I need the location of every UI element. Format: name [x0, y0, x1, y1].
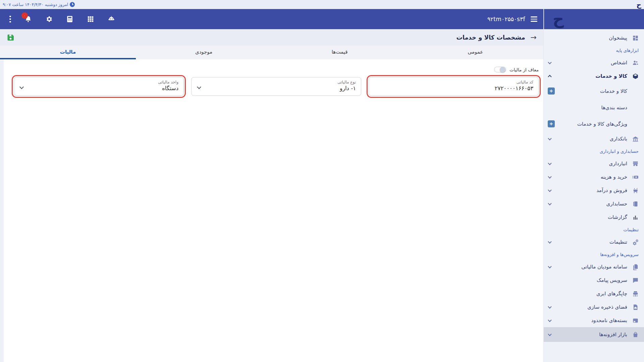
settings-gear-icon[interactable]	[45, 15, 53, 23]
clock-icon	[70, 2, 75, 7]
sidebar-item-label: حسابداری	[551, 201, 627, 207]
tab-general[interactable]: عمومی	[408, 46, 543, 59]
field-value: دستگاه	[25, 85, 178, 92]
field-label: واحد مالیاتی	[25, 80, 178, 84]
store-icon	[632, 161, 639, 167]
tax-type-select[interactable]: نوع مالیاتی ۱- دارو	[191, 77, 361, 96]
field-value: ۲۷۲۰۰۰۰۱۶۶۰۵۳	[380, 85, 533, 92]
sidebar-brand-area: ح	[543, 9, 644, 29]
add-goods-button[interactable]	[548, 87, 555, 95]
app-bar: ح ۹۲tm۰۲۵۵۰s۳f ۰	[0, 9, 644, 29]
sidebar-subitem-categories[interactable]: دسته بندی‌ها	[544, 99, 644, 116]
ledger-icon	[632, 201, 639, 207]
sidebar-item-tax-system[interactable]: سامانه مودیان مالیاتی	[544, 260, 644, 274]
gears-icon	[632, 239, 639, 245]
sms-icon	[632, 277, 639, 284]
sidebar-item-label: بانکداری	[551, 136, 627, 142]
people-icon	[632, 60, 639, 66]
sidebar-section-services-plugins: سرویس‌ها و افزونه‌ها	[544, 249, 644, 260]
field-label: کد مالیاتی	[380, 80, 533, 84]
cloud-printer-icon	[632, 291, 639, 297]
bar-chart-icon	[632, 214, 639, 221]
tab-bar: عمومی قیمت‌ها موجودی مالیات	[0, 46, 543, 59]
sidebar-subitem-attributes[interactable]: ویژگی‌های کالا و خدمات	[544, 116, 644, 132]
sidebar-item-label: تنظیمات	[551, 239, 627, 245]
sidebar-item-label: فضای ذخیره سازی	[551, 304, 627, 310]
sidebar-subitem-goods-services[interactable]: کالا و خدمات	[544, 83, 644, 99]
field-label: نوع مالیاتی	[203, 80, 356, 84]
back-arrow-icon[interactable]: →	[531, 34, 537, 41]
money-icon	[632, 174, 639, 180]
sidebar-item-settings[interactable]: تنظیمات	[544, 235, 644, 249]
sidebar-item-label: فروش و درآمد	[551, 187, 627, 193]
tax-unit-select[interactable]: واحد مالیاتی دستگاه	[14, 77, 184, 96]
sidebar-item-plugin-market[interactable]: بازار افزونه‌ها	[544, 327, 644, 342]
chevron-down-icon	[19, 85, 24, 89]
tab-tax[interactable]: مالیات	[0, 46, 136, 59]
sidebar-item-purchase-expense[interactable]: خرید و هزینه	[544, 170, 644, 184]
main-panel: → مشخصات کالا و خدمات عمومی قیمت‌ها موجو…	[0, 29, 543, 362]
top-strip: ح امروز دوشنبه ۱۴۰۴/۴/۳۰ ساعت ۹:۰۷	[0, 0, 644, 9]
sidebar-item-cloud-printers[interactable]: چاپگرهای ابری	[544, 287, 644, 300]
sidebar-item-unlimited-packages[interactable]: بسته‌های نامحدود	[544, 314, 644, 327]
tax-docs-icon	[632, 264, 639, 270]
brand-logo-large: ح	[553, 11, 564, 27]
sidebar-item-label: چاپگرهای ابری	[548, 291, 627, 297]
apps-grid-icon[interactable]	[87, 15, 94, 23]
notifications-bell-icon[interactable]: ۰	[24, 15, 32, 23]
save-button[interactable]	[7, 34, 15, 42]
sidebar-item-persons[interactable]: اشخاص	[544, 56, 644, 69]
sidebar-item-reports[interactable]: گزارشات	[544, 210, 644, 224]
sidebar-item-dashboard[interactable]: پیشخوان	[544, 31, 644, 45]
hamburger-menu-icon[interactable]	[531, 16, 537, 22]
sidebar-item-accounting[interactable]: حسابداری	[544, 197, 644, 210]
app-bar-main: ۹۲tm۰۲۵۵۰s۳f ۰	[0, 9, 543, 29]
calculator-icon[interactable]	[66, 15, 73, 23]
add-attribute-button[interactable]	[548, 120, 555, 127]
tab-prices[interactable]: قیمت‌ها	[272, 46, 408, 59]
kebab-menu-icon[interactable]	[9, 16, 11, 23]
sidebar-item-label: خرید و هزینه	[551, 174, 627, 180]
brand-logo-small: ح	[637, 1, 641, 8]
sidebar-subitem-label: دسته بندی‌ها	[548, 105, 627, 111]
sidebar-item-banking[interactable]: بانکداری	[544, 132, 644, 145]
tax-code-field[interactable]: کد مالیاتی ۲۷۲۰۰۰۰۱۶۶۰۵۳	[369, 77, 539, 96]
vertical-scrollbar[interactable]	[0, 59, 4, 362]
tax-tab-content: معاف از مالیات کد مالیاتی ۲۷۲۰۰۰۰۱۶۶۰۵۳ …	[0, 59, 543, 362]
notification-badge: ۰	[21, 12, 28, 19]
workspace-id: ۹۲tm۰۲۵۵۰s۳f	[487, 16, 525, 22]
sidebar-section-basic-tools: ابزارهای پایه	[544, 45, 644, 56]
exempt-toggle[interactable]	[494, 67, 506, 72]
package-icon	[632, 317, 639, 324]
page-title: مشخصات کالا و خدمات	[457, 34, 525, 41]
chevron-down-icon	[197, 85, 201, 89]
sidebar-item-label: انبارداری	[551, 161, 627, 167]
sidebar-item-goods-services[interactable]: کالا و خدمات	[544, 69, 644, 83]
current-date: امروز دوشنبه ۱۴۰۴/۴/۳۰ ساعت ۹:۰۷	[3, 2, 75, 7]
sidebar-item-label: کالا و خدمات	[551, 73, 627, 79]
sidebar-item-sales-income[interactable]: فروش و درآمد	[544, 184, 644, 197]
dashboard-icon	[632, 35, 639, 41]
toggle-knob	[500, 67, 505, 72]
sidebar-subitem-label: ویژگی‌های کالا و خدمات	[555, 121, 627, 127]
sidebar-item-label: بازار افزونه‌ها	[551, 331, 627, 338]
storage-icon	[632, 304, 639, 310]
page-header: → مشخصات کالا و خدمات	[0, 29, 543, 46]
cart-icon	[632, 187, 639, 194]
sidebar-item-sms-service[interactable]: سرویس پیامک	[544, 274, 644, 287]
assistant-robot-icon[interactable]	[108, 15, 115, 23]
sidebar-section-accounting-warehousing: حسابداری و انبارداری	[544, 145, 644, 157]
sidebar-item-warehousing[interactable]: انبارداری	[544, 157, 644, 170]
date-text: امروز دوشنبه ۱۴۰۴/۴/۳۰ ساعت ۹:۰۷	[3, 2, 68, 7]
sidebar-item-label: پیشخوان	[548, 35, 627, 41]
tab-inventory[interactable]: موجودی	[136, 46, 272, 59]
field-value: ۱- دارو	[203, 85, 356, 92]
bank-icon	[632, 136, 639, 142]
sidebar-section-settings: تنظیمات	[544, 224, 644, 235]
sidebar-item-storage[interactable]: فضای ذخیره سازی	[544, 300, 644, 314]
cube-icon	[632, 73, 639, 79]
exempt-toggle-label: معاف از مالیات	[509, 67, 539, 72]
shopping-bag-icon	[632, 331, 639, 338]
sidebar-item-label: بسته‌های نامحدود	[551, 317, 627, 323]
sidebar-subitem-label: کالا و خدمات	[555, 88, 627, 94]
